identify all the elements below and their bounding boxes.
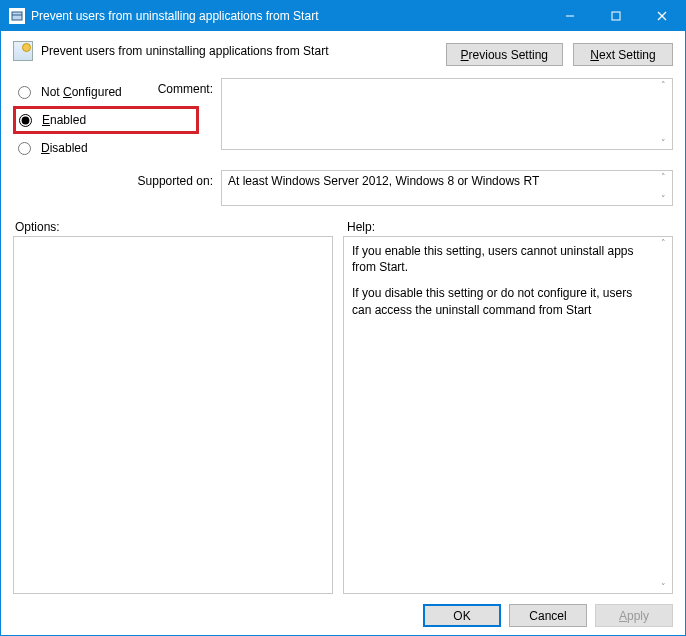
help-scrollbar[interactable]: ˄˅ [655, 237, 672, 593]
scroll-up-icon[interactable]: ˄ [661, 79, 666, 91]
scroll-up-icon[interactable]: ˄ [661, 237, 666, 249]
minimize-button[interactable] [547, 1, 593, 31]
policy-icon [13, 41, 33, 61]
radio-enabled[interactable]: Enabled [13, 106, 199, 134]
previous-setting-button[interactable]: Previous Setting [446, 43, 563, 66]
help-text: If you enable this setting, users cannot… [344, 237, 655, 593]
cancel-button[interactable]: Cancel [509, 604, 587, 627]
titlebar-app-icon [9, 8, 25, 24]
radio-enabled-label: Enabled [42, 113, 86, 127]
options-panel [13, 236, 333, 594]
comment-textbox[interactable]: ˄˅ [221, 78, 673, 150]
comment-label: Comment: [141, 78, 213, 96]
scroll-down-icon[interactable]: ˅ [661, 193, 666, 205]
radio-not-configured[interactable]: Not Configured [13, 78, 141, 106]
supported-on-value: At least Windows Server 2012, Windows 8 … [222, 171, 655, 205]
radio-enabled-input[interactable] [19, 114, 32, 127]
radio-not-configured-label: Not Configured [41, 85, 122, 99]
window-title: Prevent users from uninstalling applicat… [31, 9, 547, 23]
svg-rect-3 [612, 12, 620, 20]
scroll-down-icon[interactable]: ˅ [661, 137, 666, 149]
scroll-up-icon[interactable]: ˄ [661, 171, 666, 183]
help-para-2: If you disable this setting or do not co… [352, 285, 647, 317]
apply-button: Apply [595, 604, 673, 627]
comment-scrollbar[interactable]: ˄˅ [655, 79, 672, 149]
titlebar[interactable]: Prevent users from uninstalling applicat… [1, 1, 685, 31]
comment-value [222, 79, 655, 149]
maximize-button[interactable] [593, 1, 639, 31]
help-label: Help: [337, 220, 673, 234]
options-label: Options: [13, 220, 337, 234]
radio-disabled-label: Disabled [41, 141, 88, 155]
supported-on-label: Supported on: [13, 170, 213, 188]
help-panel: If you enable this setting, users cannot… [343, 236, 673, 594]
supported-on-box: At least Windows Server 2012, Windows 8 … [221, 170, 673, 206]
radio-not-configured-input[interactable] [18, 86, 31, 99]
radio-disabled-input[interactable] [18, 142, 31, 155]
gpo-editor-dialog: Prevent users from uninstalling applicat… [0, 0, 686, 636]
close-button[interactable] [639, 1, 685, 31]
radio-disabled[interactable]: Disabled [13, 134, 141, 162]
scroll-down-icon[interactable]: ˅ [661, 581, 666, 593]
svg-rect-0 [12, 12, 22, 20]
ok-button[interactable]: OK [423, 604, 501, 627]
policy-heading: Prevent users from uninstalling applicat… [41, 44, 328, 58]
next-setting-button[interactable]: Next Setting [573, 43, 673, 66]
help-para-1: If you enable this setting, users cannot… [352, 243, 647, 275]
supported-scrollbar[interactable]: ˄˅ [655, 171, 672, 205]
